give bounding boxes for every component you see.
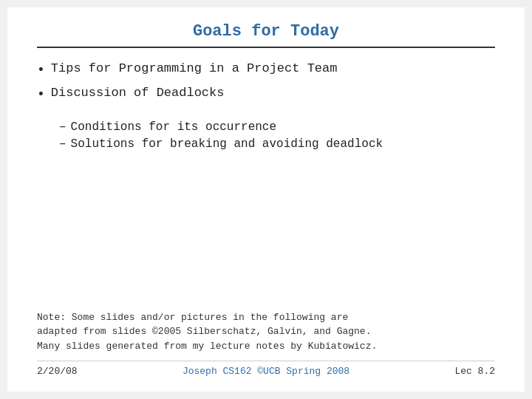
- footer-note-line2: adapted from slides ©2005 Silberschatz, …: [37, 324, 495, 339]
- bullet-item-1: • Tips for Programming in a Project Team: [37, 61, 495, 80]
- footer-bar: 2/20/08 Joseph CS162 ©UCB Spring 2008 Le…: [37, 361, 495, 377]
- sub-item-2: – Solutions for breaking and avoiding de…: [59, 137, 495, 151]
- sub-item-1: – Conditions for its occurrence: [59, 120, 495, 134]
- bullet-text-2: Discussion of Deadlocks: [51, 86, 225, 100]
- footer-note-line1: Note: Some slides and/or pictures in the…: [37, 310, 495, 325]
- sub-dash-1: –: [59, 120, 66, 134]
- bullet-dot-2: •: [37, 86, 45, 104]
- bullet-dot-1: •: [37, 61, 45, 80]
- sub-text-1: Conditions for its occurrence: [71, 120, 276, 134]
- footer-date: 2/20/08: [37, 366, 78, 377]
- title-container: Goals for Today: [37, 22, 495, 48]
- footer-center: Joseph CS162 ©UCB Spring 2008: [183, 366, 349, 377]
- footer-note: Note: Some slides and/or pictures in the…: [37, 310, 495, 354]
- slide-title: Goals for Today: [193, 22, 339, 41]
- sub-dash-2: –: [59, 137, 66, 151]
- sub-bullets: – Conditions for its occurrence – Soluti…: [59, 120, 495, 154]
- spacer: [37, 154, 495, 310]
- main-bullets: • Tips for Programming in a Project Team…: [37, 61, 495, 110]
- bullet-item-2: • Discussion of Deadlocks: [37, 86, 495, 104]
- bullet-text-1: Tips for Programming in a Project Team: [51, 61, 338, 75]
- footer-lec: Lec 8.2: [454, 366, 495, 377]
- slide: Goals for Today • Tips for Programming i…: [7, 7, 525, 392]
- sub-text-2: Solutions for breaking and avoiding dead…: [71, 137, 383, 151]
- footer-note-line3: Many slides generated from my lecture no…: [37, 339, 495, 354]
